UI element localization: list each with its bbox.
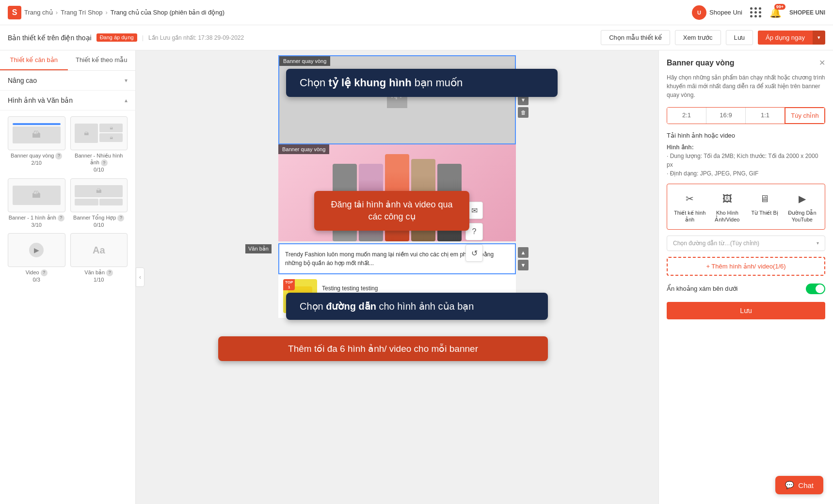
template-banner-single[interactable]: 🏔 Banner - 1 hình ảnh? 3/10 (8, 178, 65, 228)
right-panel: Banner quay vòng ✕ Hãy chọn những sản ph… (658, 50, 833, 504)
youtube-link-tool[interactable]: ▶ Đường Dẫn YouTube (785, 190, 819, 223)
banner-label-tag-1: Banner quay vòng (279, 56, 330, 66)
ratio-16-9[interactable]: 16:9 (706, 108, 746, 124)
separator: | (142, 34, 144, 41)
sub-nav-title: Bản thiết kế trên điện thoại (8, 34, 92, 42)
toggle-switch[interactable] (806, 284, 825, 294)
image-library-tool[interactable]: 🖼 Kho Hình Ảnh/Video (710, 190, 744, 223)
section-image-text-label: Hình ảnh và Văn bản (8, 96, 73, 104)
apply-button-group: Áp dụng ngay ▾ (758, 31, 825, 45)
callout-max-images: Thêm tối đa 6 hình ảnh/ video cho mỗi ba… (218, 336, 548, 361)
banner-combo-label: Banner Tổng Hợp? 0/10 (70, 214, 128, 228)
product-name: Testing testing testing (322, 285, 511, 292)
breadcrumb-shop-decor[interactable]: Trang Trí Shop (61, 9, 102, 16)
section-advanced-label: Nâng cao (8, 77, 37, 84)
section-image-text[interactable]: Hình ảnh và Văn bản ▴ (0, 91, 135, 110)
design-image-icon: ✂ (681, 190, 699, 207)
add-image-button[interactable]: + Thêm hình ảnh/ video(1/6) (667, 257, 825, 276)
panel-header: Banner quay vòng ✕ (667, 58, 825, 67)
uni-logo: U (692, 5, 706, 20)
shopee-uni-area: U Shopee Uni (692, 5, 742, 20)
close-panel-button[interactable]: ✕ (819, 58, 825, 67)
toggle-label: Ẩn khoảng xám bên dưới (667, 285, 737, 292)
template-video[interactable]: ▶ Video? 0/3 (8, 233, 65, 283)
ratio-1-1[interactable]: 1:1 (746, 108, 785, 124)
play-icon: ▶ (29, 243, 44, 257)
apps-grid-icon[interactable] (750, 7, 762, 17)
toggle-knob (816, 284, 824, 293)
chevron-up-icon: ▴ (125, 97, 128, 104)
toggle-row: Ẩn khoảng xám bên dưới (667, 284, 825, 294)
left-panel: Thiết kế căn bản Thiết kế theo mẫu Nâng … (0, 50, 136, 504)
breadcrumb-sep2: › (105, 9, 107, 16)
breadcrumb-home[interactable]: Trang chủ (24, 9, 53, 16)
choose-template-button[interactable]: Chọn mẫu thiết kế (601, 30, 670, 45)
template-banner-multi[interactable]: 🏔 🏔 🏔 Banner - Nhiều hình ảnh? 0/10 (70, 116, 128, 173)
image-library-icon: 🖼 (719, 190, 736, 207)
top1-badge: TOP1 (283, 279, 295, 290)
apply-button[interactable]: Áp dụng ngay (758, 31, 813, 45)
text-aa-icon: Aa (93, 245, 105, 256)
last-saved-text: Lần Lưu gần nhất: 17:38 29-09-2022 (148, 34, 244, 41)
upload-info: Hình ảnh: · Dung lượng: Tối đa 2MB; Kích… (667, 143, 825, 178)
from-device-icon: 🖥 (756, 190, 773, 207)
notification-badge: 99+ (774, 4, 785, 10)
delete-block-button[interactable]: 🗑 (518, 107, 529, 118)
design-image-tool[interactable]: ✂ Thiết kế hình ảnh (673, 190, 706, 223)
upload-tools-grid: ✂ Thiết kế hình ảnh 🖼 Kho Hình Ảnh/Video… (667, 184, 825, 230)
sub-nav-right: Chọn mẫu thiết kế Xem trước Lưu Áp dụng … (601, 30, 825, 45)
notification-bell[interactable]: 🔔 99+ (769, 7, 782, 18)
status-badge: Đang áp dụng (96, 33, 137, 42)
shopee-logo: S (8, 6, 21, 19)
text-block-label: Văn bản (245, 244, 272, 253)
sub-navigation: Bản thiết kế trên điện thoại Đang áp dụn… (0, 25, 833, 50)
main-content: Thiết kế căn bản Thiết kế theo mẫu Nâng … (0, 50, 833, 504)
sub-nav-left: Bản thiết kế trên điện thoại Đang áp dụn… (8, 33, 244, 42)
ratio-custom[interactable]: Tùy chỉnh (785, 107, 825, 124)
text-move-up-button[interactable]: ▲ (518, 247, 529, 258)
panel-title: Banner quay vòng (667, 59, 735, 67)
collapse-panel-button[interactable]: ‹ (136, 268, 144, 287)
chat-button[interactable]: 💬 Chat (775, 476, 823, 494)
design-image-label: Thiết kế hình ảnh (673, 209, 706, 223)
upload-label: Tải hình ảnh hoặc video (667, 132, 825, 139)
tab-template-design[interactable]: Thiết kế theo mẫu (68, 50, 136, 70)
chevron-down-icon: ▾ (817, 240, 819, 246)
canvas-wrapper: ‹ Banner quay vòng 🏔 ▲ ▼ 🗑 Bann (136, 50, 658, 504)
from-device-tool[interactable]: 🖥 Từ Thiết Bị (748, 190, 782, 223)
image-library-label: Kho Hình Ảnh/Video (710, 209, 744, 223)
template-banner-rotation[interactable]: 🏔 Banner quay vòng? 2/10 (8, 116, 65, 173)
video-label: Video? 0/3 (8, 269, 65, 283)
section-advanced[interactable]: Nâng cao ▾ (0, 71, 135, 91)
template-banner-combo[interactable]: 🏔 Banner Tổng Hợp? 0/10 (70, 178, 128, 228)
callout-link: Chọn đường dẫn cho hình ảnh của bạn (286, 293, 548, 320)
callout-upload-tools: Đăng tải hình ảnh và video qua các công … (314, 191, 469, 231)
apply-dropdown-arrow[interactable]: ▾ (813, 31, 825, 45)
from-device-label: Từ Thiết Bị (751, 209, 778, 216)
text-label-item: Văn bản? 1/10 (70, 269, 128, 283)
canvas-area: ‹ Banner quay vòng 🏔 ▲ ▼ 🗑 Bann (136, 50, 658, 504)
user-name: SHOPEE UNI (789, 9, 825, 16)
design-tabs: Thiết kế căn bản Thiết kế theo mẫu (0, 50, 135, 71)
reload-icon-btn[interactable]: ↺ (465, 244, 483, 262)
text-move-down-button[interactable]: ▼ (518, 260, 529, 270)
save-panel-button[interactable]: Lưu (667, 302, 825, 319)
link-dropdown[interactable]: Chọn đường dẫn từ…(Tùy chỉnh) ▾ (667, 236, 825, 251)
preview-button[interactable]: Xem trước (675, 30, 721, 45)
aspect-ratio-selector: 2:1 16:9 1:1 Tùy chỉnh (667, 107, 825, 124)
banner-single-label: Banner - 1 hình ảnh? 3/10 (8, 214, 65, 228)
panel-description: Hãy chọn những sản phẩm bán chạy nhất ho… (667, 73, 825, 99)
breadcrumb-area: S Trang chủ › Trang Trí Shop › Trang chủ… (8, 6, 224, 19)
save-header-button[interactable]: Lưu (726, 30, 753, 45)
chat-label: Chat (798, 481, 814, 489)
template-text[interactable]: Aa Văn bản? 1/10 (70, 233, 128, 283)
tab-basic-design[interactable]: Thiết kế căn bản (0, 50, 68, 70)
banner-label-tag-2: Banner quay vòng (278, 144, 329, 154)
breadcrumb-sep1: › (56, 9, 58, 16)
callout-aspect-ratio: Chọn tỷ lệ khung hình bạn muốn (286, 69, 558, 97)
link-dropdown-placeholder: Chọn đường dẫn từ…(Tùy chỉnh) (673, 240, 759, 247)
ratio-2-1[interactable]: 2:1 (667, 108, 706, 124)
template-grid: 🏔 Banner quay vòng? 2/10 🏔 🏔 🏔 (0, 110, 135, 289)
top-navigation: S Trang chủ › Trang Trí Shop › Trang chủ… (0, 0, 833, 25)
chat-icon: 💬 (785, 481, 794, 489)
